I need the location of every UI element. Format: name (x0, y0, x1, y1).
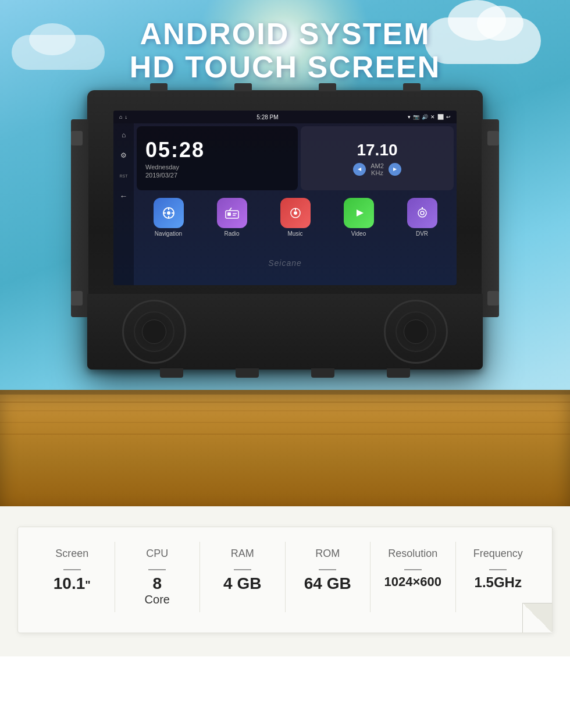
video-icon (344, 198, 374, 228)
spec-cpu: CPU 8 Core (115, 542, 201, 612)
home-icon: ⌂ (119, 114, 122, 120)
spec-ram: RAM 4 GB (200, 542, 286, 612)
car-radio-unit: ⌂ ↓ 5:28 PM ▾ 📷 🔊 ✕ ⬜ ↩ (87, 90, 483, 370)
spec-cpu-divider (148, 569, 166, 570)
title-area: ANDROID SYSTEM HD TOUCH SCREEN (0, 17, 570, 84)
spec-ram-value: 4 GB (223, 575, 261, 593)
dvr-label: DVR (416, 230, 428, 237)
volume-status-icon: 🔊 (422, 114, 428, 120)
spec-rom-divider (319, 569, 336, 570)
screen-icon: ⬜ (437, 114, 444, 120)
time-widget: 05:28 Wednesday 2019/03/27 (137, 126, 298, 190)
wifi-signal-icon: ▾ (408, 114, 411, 120)
spec-screen-label: Screen (55, 548, 88, 560)
usb-icon: ↓ (124, 114, 127, 120)
sidebar-home-icon[interactable]: ⌂ (118, 129, 130, 141)
radio-widget: 17.10 ◀ AM2 KHz ▶ (301, 126, 454, 190)
date-display: 2019/03/27 (145, 172, 289, 179)
status-time: 5:28 PM (256, 114, 278, 120)
app-dvr[interactable]: DVR (407, 198, 437, 237)
spec-screen-divider (63, 569, 81, 570)
spec-frequency-label: Frequency (473, 548, 523, 560)
spec-cpu-unit: Core (145, 593, 170, 606)
status-left-icons: ⌂ ↓ (119, 114, 127, 120)
svg-point-15 (418, 209, 426, 217)
bottom-tab-4 (387, 368, 410, 378)
screen-sidebar: ⌂ ⚙ RST ← (113, 123, 134, 285)
android-screen: ⌂ ↓ 5:28 PM ▾ 📷 🔊 ✕ ⬜ ↩ (113, 111, 457, 285)
sidebar-settings-icon[interactable]: ⚙ (118, 150, 130, 161)
widgets-row: 05:28 Wednesday 2019/03/27 17.10 ◀ (137, 126, 454, 190)
right-bracket (482, 119, 499, 317)
back-icon: ↩ (446, 114, 451, 120)
status-bar: ⌂ ↓ 5:28 PM ▾ 📷 🔊 ✕ ⬜ ↩ (113, 111, 457, 123)
spec-resolution: Resolution 1024×600 (370, 542, 456, 612)
spec-cpu-value: 8 (152, 575, 162, 593)
top-tab-2 (234, 83, 252, 91)
spec-rom-label: ROM (315, 548, 340, 560)
app-radio[interactable]: Radio (217, 198, 247, 237)
top-tab-4 (403, 83, 421, 91)
sidebar-back-icon[interactable]: ← (118, 190, 130, 202)
app-music[interactable]: Music (280, 198, 311, 237)
spec-resolution-label: Resolution (388, 548, 437, 560)
left-bracket (71, 119, 88, 317)
right-speaker (384, 300, 448, 364)
svg-point-12 (294, 211, 297, 215)
right-speaker-inner (396, 311, 436, 352)
spec-screen-value: 10.1" (54, 575, 91, 593)
bottom-tab-3 (311, 368, 334, 378)
top-mounting-tabs (116, 83, 454, 91)
spec-rom: ROM 64 GB (286, 542, 371, 612)
svg-marker-14 (357, 209, 364, 216)
radio-prev-button[interactable]: ◀ (353, 163, 366, 176)
spec-frequency: Frequency 1.5GHz (456, 542, 541, 612)
spec-screen: Screen 10.1" (30, 542, 115, 612)
day-display: Wednesday (145, 164, 289, 171)
specs-card: Screen 10.1" CPU 8 Core RAM 4 GB (17, 527, 553, 633)
radio-frequency: 17.10 (357, 141, 397, 159)
radio-band: AM2 KHz (370, 162, 384, 176)
sky-background: ANDROID SYSTEM HD TOUCH SCREEN (0, 0, 570, 506)
app-navigation[interactable]: Navigation (154, 198, 184, 237)
spec-frequency-value: 1.5GHz (475, 575, 522, 590)
spec-resolution-value: 1024×600 (384, 575, 442, 589)
navigation-icon (154, 198, 184, 228)
radio-next-button[interactable]: ▶ (389, 163, 401, 176)
close-status-icon: ✕ (430, 114, 435, 120)
left-speaker-inner (134, 311, 174, 352)
svg-point-1 (167, 211, 170, 215)
title-line2: HD TOUCH SCREEN (0, 51, 570, 84)
bottom-mounting-tabs (134, 368, 436, 378)
music-icon (280, 198, 311, 228)
top-tab-3 (319, 83, 336, 91)
music-label: Music (287, 230, 302, 237)
left-speaker (122, 300, 186, 364)
apps-row: Navigation Radio (137, 195, 454, 240)
spec-frequency-divider (489, 569, 507, 570)
app-video[interactable]: Video (344, 198, 374, 237)
video-label: Video (351, 230, 366, 237)
svg-rect-7 (227, 212, 231, 216)
lower-unit (87, 294, 483, 370)
status-right-icons: ▾ 📷 🔊 ✕ ⬜ ↩ (408, 114, 451, 120)
watermark: Seicane (268, 258, 302, 268)
bottom-tab-2 (236, 368, 259, 378)
navigation-label: Navigation (155, 230, 182, 237)
sidebar-rst-icon[interactable]: RST (118, 170, 130, 182)
screen-area: ⌂ ↓ 5:28 PM ▾ 📷 🔊 ✕ ⬜ ↩ (113, 111, 457, 285)
camera-status-icon: 📷 (413, 114, 419, 120)
spec-cpu-label: CPU (146, 548, 168, 560)
spec-resolution-divider (404, 569, 422, 570)
device-wrapper: ⌂ ↓ 5:28 PM ▾ 📷 🔊 ✕ ⬜ ↩ (87, 90, 483, 393)
spec-ram-divider (234, 569, 251, 570)
spec-ram-label: RAM (231, 548, 254, 560)
dvr-icon (407, 198, 437, 228)
specs-section: Screen 10.1" CPU 8 Core RAM 4 GB (0, 506, 570, 656)
wood-desk (0, 390, 570, 506)
radio-controls: ◀ AM2 KHz ▶ (353, 162, 401, 176)
specs-grid: Screen 10.1" CPU 8 Core RAM 4 GB (30, 542, 540, 612)
radio-icon (217, 198, 247, 228)
svg-point-16 (421, 211, 424, 215)
bottom-tab-1 (160, 368, 183, 378)
